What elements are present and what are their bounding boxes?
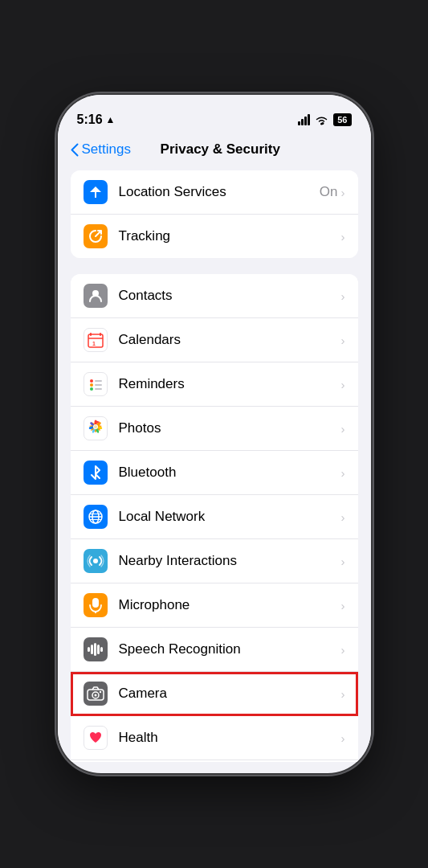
camera-icon-svg (87, 686, 104, 701)
svg-rect-26 (88, 647, 90, 652)
list-item[interactable]: Microphone › (71, 583, 358, 628)
chevron-icon: › (341, 289, 345, 303)
back-button[interactable]: Settings (71, 141, 131, 158)
tracking-icon (84, 224, 108, 248)
wifi-icon (315, 115, 328, 125)
svg-text:1: 1 (92, 341, 96, 346)
microphone-label: Microphone (119, 597, 341, 613)
svg-rect-11 (95, 388, 102, 390)
phone-frame: 5:16 ▲ 56 (58, 95, 371, 773)
health-icon (84, 726, 108, 750)
list-item[interactable]: Local Network › (71, 495, 358, 539)
chevron-icon: › (341, 555, 345, 568)
photos-label: Photos (119, 420, 341, 436)
svg-rect-29 (97, 645, 100, 654)
tracking-label: Tracking (119, 228, 341, 244)
list-item[interactable]: Tracking › (71, 215, 358, 258)
bluetooth-icon-svg (90, 465, 101, 481)
photos-icon-svg (86, 419, 105, 438)
arrow-icon (89, 186, 102, 199)
list-item[interactable]: 1 Calendars › (71, 318, 358, 362)
calendars-icon: 1 (84, 328, 108, 352)
local-network-label: Local Network (119, 509, 341, 525)
chevron-icon: › (341, 230, 345, 244)
svg-point-7 (90, 383, 93, 387)
health-icon-svg (88, 730, 104, 746)
svg-rect-9 (95, 380, 102, 382)
svg-rect-28 (94, 643, 96, 656)
list-item[interactable]: Location Services On › (71, 170, 358, 215)
svg-point-34 (99, 691, 100, 693)
local-network-icon (84, 505, 108, 529)
camera-label: Camera (119, 686, 341, 702)
svg-point-6 (90, 379, 93, 383)
nearby-icon-svg (87, 552, 104, 570)
contacts-icon-svg (88, 288, 104, 304)
svg-rect-4 (100, 333, 101, 336)
reminders-label: Reminders (119, 376, 341, 392)
svg-point-33 (94, 694, 96, 697)
chevron-icon: › (341, 378, 345, 391)
speech-recognition-label: Speech Recognition (119, 641, 341, 657)
list-item[interactable]: Contacts › (71, 274, 358, 318)
section-permissions: Contacts › 1 Calendars › (71, 274, 358, 762)
list-item[interactable]: Reminders › (71, 362, 358, 407)
page-title: Privacy & Security (131, 141, 310, 158)
contacts-label: Contacts (119, 288, 341, 304)
list-item[interactable]: Bluetooth › (71, 451, 358, 495)
chevron-icon: › (341, 334, 345, 347)
chevron-icon: › (341, 466, 345, 480)
reminders-icon (84, 372, 108, 396)
chevron-icon: › (341, 731, 345, 745)
bluetooth-label: Bluetooth (119, 465, 341, 481)
calendars-icon-svg: 1 (87, 331, 104, 349)
nearby-interactions-icon (84, 549, 108, 573)
svg-point-8 (90, 387, 93, 391)
svg-rect-30 (100, 647, 103, 652)
globe-icon-svg (88, 509, 104, 525)
camera-icon (84, 682, 108, 706)
svg-rect-27 (91, 645, 93, 654)
list-item[interactable]: Research Sensor & Usage Data › (71, 760, 358, 762)
nearby-interactions-label: Nearby Interactions (119, 553, 341, 569)
speech-recognition-icon (84, 637, 108, 661)
microphone-icon-svg (89, 597, 102, 613)
chevron-icon: › (341, 643, 345, 657)
list-item[interactable]: Nearby Interactions › (71, 539, 358, 583)
location-arrow-icon: ▲ (106, 114, 116, 125)
chevron-icon: › (341, 186, 345, 199)
location-services-label: Location Services (119, 184, 320, 200)
svg-point-21 (94, 425, 97, 428)
list-item[interactable]: Health › (71, 716, 358, 760)
chevron-icon: › (341, 599, 345, 612)
list-item[interactable]: Camera › (71, 672, 358, 716)
nav-bar: Settings Privacy & Security (58, 135, 371, 164)
svg-rect-10 (95, 384, 102, 386)
microphone-icon (84, 593, 108, 617)
status-time: 5:16 ▲ (77, 113, 116, 127)
health-label: Health (119, 730, 341, 746)
chevron-icon: › (341, 510, 345, 524)
reminders-icon-svg (88, 376, 104, 392)
time-display: 5:16 (77, 113, 103, 127)
back-label: Settings (82, 141, 131, 158)
svg-point-13 (94, 420, 96, 425)
chevron-icon: › (341, 687, 345, 701)
tracking-icon-svg (88, 229, 103, 244)
svg-rect-25 (92, 598, 99, 608)
list-item[interactable]: Photos › (71, 407, 358, 451)
status-bar: 5:16 ▲ 56 (58, 95, 371, 135)
section-location: Location Services On › Tracking › (71, 170, 358, 258)
location-services-value: On (320, 184, 338, 200)
location-services-icon (84, 180, 108, 204)
content-scroll[interactable]: Location Services On › Tracking › (58, 164, 371, 762)
signal-icon (298, 114, 310, 125)
contacts-icon (84, 284, 108, 308)
photos-icon (84, 416, 108, 440)
list-item[interactable]: Speech Recognition › (71, 628, 358, 672)
status-icons: 56 (298, 113, 351, 126)
chevron-left-icon (71, 143, 79, 157)
svg-point-0 (320, 122, 323, 125)
battery-icon: 56 (333, 113, 351, 126)
calendars-label: Calendars (119, 332, 341, 348)
